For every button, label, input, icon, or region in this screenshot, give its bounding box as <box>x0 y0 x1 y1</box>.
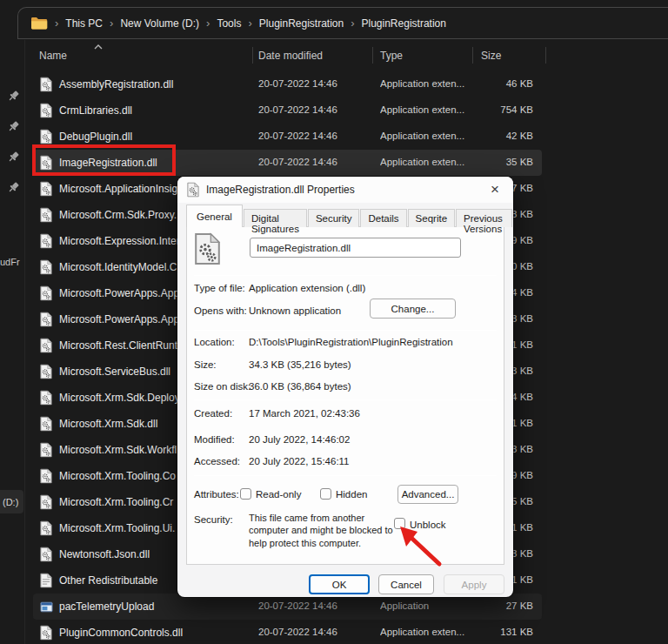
quick-access-item[interactable] <box>7 90 20 103</box>
file-name: Microsoft.Rest.ClientRunt <box>59 339 177 352</box>
quick-access-item[interactable] <box>7 151 20 164</box>
file-name: Other Redistributable <box>59 574 157 587</box>
breadcrumb-pluginregistration[interactable]: PluginRegistration <box>259 17 344 30</box>
file-name: Microsoft.IdentityModel.C <box>59 261 177 273</box>
file-row[interactable]: DebugPlugin.dll 20-07-2022 14:46 Applica… <box>33 124 542 150</box>
security-label: Security: <box>194 514 233 525</box>
dialog-tabs: General Digital Signatures Security Deta… <box>186 205 513 227</box>
pin-icon <box>7 151 20 164</box>
dll-file-icon <box>40 494 52 510</box>
breadcrumb-this-pc[interactable]: This PC <box>65 17 103 30</box>
file-type: Application <box>380 600 471 611</box>
tab-security[interactable]: Security <box>308 209 360 227</box>
ok-button[interactable]: OK <box>309 574 370 594</box>
dll-file-icon <box>40 77 52 92</box>
dll-file-icon <box>40 129 52 144</box>
file-type: Application exten... <box>380 104 471 115</box>
dll-file-icon <box>187 182 199 198</box>
unblock-checkbox[interactable] <box>394 518 405 529</box>
hidden-checkbox[interactable] <box>320 488 331 500</box>
file-date: 20-07-2022 14:46 <box>258 600 337 611</box>
file-date: 20-07-2022 14:46 <box>258 78 337 89</box>
modified-value: 20 July 2022, 14:46:02 <box>249 434 350 445</box>
cancel-button[interactable]: Cancel <box>378 574 434 594</box>
column-divider[interactable] <box>545 47 546 64</box>
file-date: 20-07-2022 14:46 <box>258 157 337 167</box>
breadcrumb-chevron: › <box>206 17 210 30</box>
dll-file-icon <box>40 155 52 171</box>
quick-access-item[interactable] <box>7 120 20 133</box>
file-name: Microsoft.Xrm.Sdk.dll <box>59 418 157 430</box>
general-tab-page: Type of file: Application extension (.dl… <box>186 226 504 565</box>
file-name: DebugPlugin.dll <box>59 131 132 143</box>
opens-with-value: Unknown application <box>249 305 341 316</box>
address-bar[interactable]: › This PC › New Volume (D:) › Tools › Pl… <box>17 7 668 39</box>
file-name: Newtonsoft.Json.dll <box>59 548 150 560</box>
column-divider[interactable] <box>252 47 253 64</box>
nav-item-drive-d[interactable]: (D:) <box>0 490 23 513</box>
readonly-checkbox[interactable] <box>240 488 251 500</box>
created-value: 17 March 2021, 02:43:36 <box>249 408 360 419</box>
tab-digital-signatures[interactable]: Digital Signatures <box>244 209 307 227</box>
breadcrumb-pluginregistration-2[interactable]: PluginRegistration <box>362 17 446 30</box>
dll-file-icon <box>40 181 52 197</box>
column-divider[interactable] <box>472 47 473 64</box>
breadcrumb-chevron: › <box>351 17 354 30</box>
file-name: CrmLibraries.dll <box>59 104 132 117</box>
dialog-title-bar: ImageRegistration.dll Properties <box>177 177 513 203</box>
breadcrumb-drive[interactable]: New Volume (D:) <box>120 17 199 30</box>
file-row[interactable]: CrmLibraries.dll 20-07-2022 14:46 Applic… <box>33 97 542 124</box>
quick-access-item[interactable] <box>7 181 20 194</box>
dll-file-icon <box>40 547 52 562</box>
tab-general[interactable]: General <box>186 205 243 227</box>
hidden-label: Hidden <box>336 489 367 500</box>
divider <box>194 399 497 400</box>
file-name: Microsoft.Xrm.Tooling.Co <box>59 470 176 482</box>
file-name: Microsoft.Xrm.Tooling.Ui. <box>59 522 175 534</box>
file-name: ImageRegistration.dll <box>59 157 157 169</box>
file-row-selected[interactable]: ImageRegistration.dll 20-07-2022 14:46 A… <box>33 150 542 176</box>
column-divider[interactable] <box>372 47 373 64</box>
file-type: Application exten... <box>380 157 471 167</box>
tab-previous-versions[interactable]: Previous Versions <box>456 209 512 227</box>
dll-file-icon <box>40 312 52 327</box>
pin-icon <box>7 181 20 194</box>
accessed-label: Accessed: <box>194 456 240 466</box>
file-row[interactable]: AssemblyRegistration.dll 20-07-2022 14:4… <box>33 71 542 97</box>
type-of-file-label: Type of file: <box>194 283 245 293</box>
size-label: Size: <box>194 359 217 370</box>
divider <box>194 330 497 331</box>
close-icon[interactable]: × <box>477 177 513 203</box>
column-header-type[interactable]: Type <box>380 50 403 62</box>
apply-button[interactable]: Apply <box>444 574 504 594</box>
attributes-label: Attributes: <box>194 489 239 500</box>
column-header-name[interactable]: Name <box>39 50 67 62</box>
file-name: Microsoft.Crm.Sdk.Proxy. <box>59 209 177 221</box>
file-date: 20-07-2022 14:46 <box>258 104 337 115</box>
column-header-date-modified[interactable]: Date modified <box>258 50 323 62</box>
size-on-disk-label: Size on disk: <box>194 381 250 392</box>
file-name: PluginCommonControls.dll <box>59 627 183 639</box>
dll-file-icon <box>40 259 52 275</box>
breadcrumb-chevron: › <box>55 17 58 30</box>
advanced-button[interactable]: Advanced... <box>397 485 458 504</box>
nav-item-clipped[interactable]: udFr <box>0 257 21 267</box>
filename-input[interactable] <box>250 238 461 258</box>
file-name: AssemblyRegistration.dll <box>59 78 173 91</box>
change-button[interactable]: Change... <box>370 299 456 319</box>
file-type: Application exten... <box>380 131 471 141</box>
file-name: Microsoft.PowerApps.App <box>59 313 179 325</box>
file-row[interactable]: pacTelemetryUpload 20-07-2022 14:46 Appl… <box>33 594 542 620</box>
file-row[interactable]: PluginCommonControls.dll 20-07-2022 14:4… <box>33 620 542 644</box>
file-name: pacTelemetryUpload <box>59 600 154 613</box>
tab-seqrite[interactable]: Seqrite <box>408 209 455 227</box>
file-size: 35 KB <box>472 157 533 167</box>
column-header-size[interactable]: Size <box>481 50 501 62</box>
file-date: 20-07-2022 14:46 <box>258 131 337 141</box>
breadcrumb-tools[interactable]: Tools <box>217 17 241 30</box>
dll-file-icon <box>40 442 52 458</box>
file-size: 46 KB <box>472 78 533 89</box>
tab-details[interactable]: Details <box>360 209 406 227</box>
sort-ascending-icon <box>94 44 103 50</box>
dll-file-icon <box>40 285 52 301</box>
